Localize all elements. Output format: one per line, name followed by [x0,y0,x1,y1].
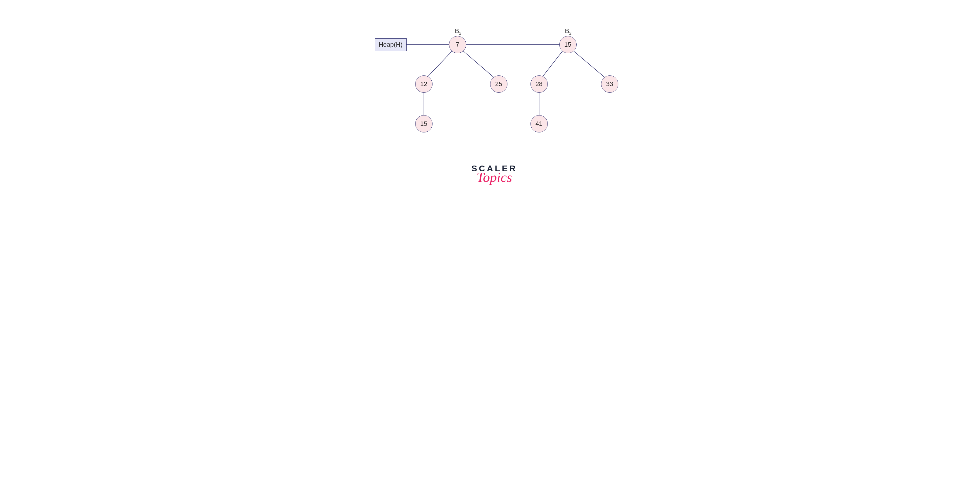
tree2-order-base: B [565,27,570,35]
node-tree2-left-child: 41 [530,115,548,132]
tree1-order-base: B [455,27,459,35]
diagram-canvas: Heap(H) B2 B2 7 12 25 15 15 28 33 41 SCA… [268,0,712,218]
node-tree1-right-value: 25 [495,80,502,88]
node-tree2-root: 15 [559,36,577,53]
node-tree1-root: 7 [449,36,466,53]
edge-layer [268,0,712,218]
edge-root2-to-right [573,51,607,79]
brand-logo: SCALER Topics [470,164,519,184]
node-tree1-left: 12 [415,75,433,93]
heap-head-box: Heap(H) [375,38,407,51]
node-tree2-left-value: 28 [535,80,542,88]
edge-root1-to-right [463,51,496,79]
tree2-order-label: B2 [565,27,571,35]
node-tree1-left-value: 12 [420,80,427,88]
node-tree2-root-value: 15 [564,41,571,48]
edge-root2-to-left [541,51,563,79]
heap-head-label: Heap(H) [379,41,402,48]
node-tree1-right: 25 [490,75,508,93]
brand-logo-line2: Topics [470,171,519,184]
tree1-order-label: B2 [455,27,461,35]
node-tree1-left-child: 15 [415,115,433,132]
node-tree1-left-child-value: 15 [420,120,427,128]
node-tree2-right: 33 [601,75,618,93]
node-tree1-root-value: 7 [455,41,459,48]
tree2-order-sub: 2 [569,31,571,35]
node-tree2-right-value: 33 [606,80,613,88]
tree1-order-sub: 2 [459,31,461,35]
edge-root1-to-left [425,51,453,79]
node-tree2-left-child-value: 41 [535,120,542,128]
node-tree2-left: 28 [530,75,548,93]
